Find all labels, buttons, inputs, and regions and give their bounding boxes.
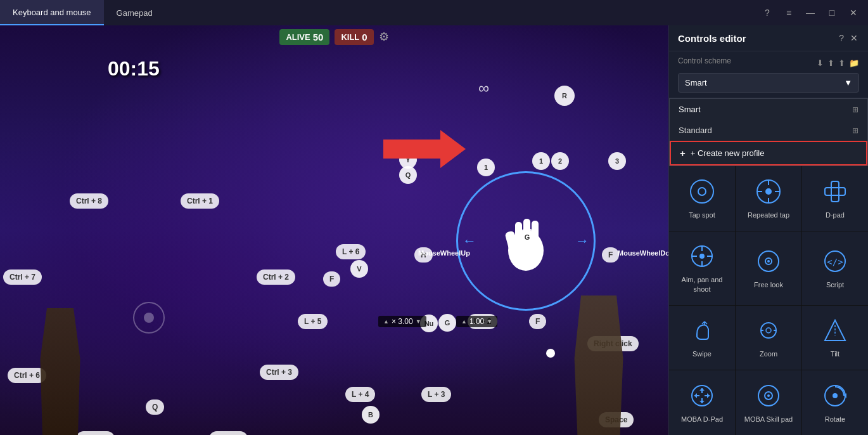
control-moba-skillpad[interactable]: MOBA Skill pad bbox=[736, 370, 801, 435]
l6-btn[interactable]: L + 6 bbox=[336, 244, 366, 259]
svg-point-23 bbox=[766, 328, 771, 333]
svg-point-6 bbox=[698, 188, 706, 195]
maximize-icon[interactable]: □ bbox=[822, 3, 841, 22]
multiplier-2: ▲ 1.00 ▼ bbox=[456, 316, 497, 327]
control-repeated-tap[interactable]: Repeated tap bbox=[736, 166, 801, 231]
f-btn-3[interactable]: F bbox=[529, 314, 546, 329]
ctrl-btn-8[interactable]: Ctrl + 8 bbox=[70, 193, 108, 209]
scheme-share-icon[interactable]: ⬆ bbox=[838, 58, 845, 68]
g-circle-1[interactable]: G bbox=[518, 228, 536, 246]
ctrl-btn-7[interactable]: Ctrl + 7 bbox=[3, 269, 42, 285]
control-zoom[interactable]: Zoom bbox=[736, 306, 801, 370]
settings-gear-icon[interactable]: ⚙ bbox=[379, 30, 389, 44]
dpad-icon bbox=[821, 178, 849, 205]
ctrl-btn-3[interactable]: Ctrl + 3 bbox=[260, 365, 298, 380]
control-rotate[interactable]: Rotate bbox=[802, 370, 868, 435]
scheme-option-standard-icon: ⊞ bbox=[852, 126, 858, 135]
right-arrow-icon: → bbox=[575, 233, 589, 249]
panel-header-actions: ? ✕ bbox=[838, 32, 859, 44]
mousewheel-down-label[interactable]: MouseWheelDown bbox=[611, 246, 668, 260]
ctrl-btn-1[interactable]: Ctrl + 1 bbox=[181, 193, 219, 209]
moba-skillpad-icon bbox=[755, 382, 782, 410]
control-free-look[interactable]: Free look bbox=[736, 231, 801, 305]
help-icon[interactable]: ? bbox=[758, 3, 777, 22]
f-btn-1[interactable]: F bbox=[323, 271, 340, 287]
window-controls: ? ≡ — □ ✕ bbox=[758, 0, 868, 25]
control-aim-pan-shoot[interactable]: Aim, pan and shoot bbox=[669, 231, 735, 305]
l3-btn[interactable]: L + 3 bbox=[421, 387, 451, 402]
scheme-import-icon[interactable]: ⬇ bbox=[817, 58, 824, 68]
svg-text:</>: </> bbox=[827, 257, 843, 267]
joystick bbox=[133, 302, 165, 334]
tab-keyboard-mouse[interactable]: Keyboard and mouse bbox=[0, 0, 104, 25]
game-timer: 00:15 bbox=[108, 57, 160, 81]
scheme-option-smart[interactable]: Smart ⊞ bbox=[670, 99, 867, 120]
control-tilt[interactable]: Tilt bbox=[802, 306, 868, 370]
num2-circle[interactable]: 2 bbox=[551, 152, 569, 170]
mousewheel-up-label[interactable]: MouseWheelUp bbox=[412, 246, 476, 260]
svg-rect-9 bbox=[831, 181, 839, 202]
free-look-icon bbox=[755, 247, 782, 275]
svg-point-34 bbox=[833, 393, 838, 398]
num1-circle-2[interactable]: 1 bbox=[477, 159, 495, 176]
b-circle[interactable]: B bbox=[362, 406, 380, 424]
panel-header: Controls editor ? ✕ bbox=[669, 25, 868, 51]
script-icon: </> bbox=[821, 247, 849, 275]
scheme-folder-icon[interactable]: 📁 bbox=[849, 58, 859, 68]
game-area: ALIVE 50 KILL 0 ⚙ 00:15 ∞ bbox=[0, 25, 668, 435]
scheme-export-icon[interactable]: ⬆ bbox=[827, 58, 834, 68]
scheme-dropdown[interactable]: Smart ▼ bbox=[678, 73, 859, 93]
panel-help-icon[interactable]: ? bbox=[838, 32, 845, 44]
num1-circle-1[interactable]: 1 bbox=[532, 152, 550, 170]
num3-circle[interactable]: 3 bbox=[608, 152, 626, 170]
tab-gamepad[interactable]: Gamepad bbox=[104, 0, 165, 25]
rotate-icon bbox=[821, 382, 849, 410]
control-dpad[interactable]: D-pad bbox=[802, 166, 868, 231]
g-circle-2[interactable]: G bbox=[438, 314, 456, 332]
scheme-option-smart-icon: ⊞ bbox=[852, 105, 858, 114]
control-script[interactable]: </> Script bbox=[802, 231, 868, 305]
svg-rect-10 bbox=[825, 188, 845, 195]
tap-spot-icon bbox=[688, 178, 716, 205]
control-tap-spot[interactable]: Tap spot bbox=[669, 166, 735, 231]
svg-point-19 bbox=[767, 260, 770, 263]
create-new-profile-option[interactable]: + + Create new profile bbox=[670, 141, 867, 166]
minimize-icon[interactable]: — bbox=[801, 3, 820, 22]
zoom-icon bbox=[755, 316, 782, 344]
character-2 bbox=[573, 295, 624, 435]
l4-btn[interactable]: L + 4 bbox=[345, 387, 375, 402]
title-bar: Keyboard and mouse Gamepad ? ≡ — □ ✕ bbox=[0, 0, 868, 25]
main-content: ALIVE 50 KILL 0 ⚙ 00:15 ∞ bbox=[0, 25, 868, 435]
l5-btn[interactable]: L + 5 bbox=[298, 314, 328, 329]
controls-grid: Tap spot Repeated tap D-pad bbox=[669, 166, 868, 435]
moba-dpad-icon bbox=[688, 382, 716, 410]
infinity-icon: ∞ bbox=[478, 79, 489, 97]
svg-point-16 bbox=[699, 254, 705, 259]
control-swipe[interactable]: Swipe bbox=[669, 306, 735, 370]
dropdown-options: Smart ⊞ Standard ⊞ + + Create new profil… bbox=[669, 98, 868, 166]
control-moba-dpad[interactable]: MOBA D-Pad bbox=[669, 370, 735, 435]
q-circle[interactable]: Q bbox=[399, 166, 417, 184]
menu-icon[interactable]: ≡ bbox=[779, 3, 798, 22]
controls-editor-panel: Controls editor ? ✕ Control scheme ⬇ ⬆ ⬆… bbox=[668, 25, 868, 435]
multiplier-1: ▲ × 3.00 ▼ bbox=[378, 316, 426, 327]
panel-title: Controls editor bbox=[678, 33, 746, 44]
v-circle-btn[interactable]: V bbox=[350, 260, 368, 278]
dot-indicator bbox=[546, 349, 555, 358]
svg-point-5 bbox=[691, 180, 713, 203]
svg-point-31 bbox=[767, 394, 770, 397]
tilt-icon bbox=[821, 316, 849, 344]
q-btn[interactable]: Q bbox=[146, 399, 164, 415]
alive-stat: ALIVE 50 bbox=[279, 29, 329, 45]
scheme-label: Control scheme bbox=[678, 56, 731, 65]
ctrl-btn-4[interactable]: Ctrl + 4 bbox=[209, 431, 248, 435]
hud-bar: ALIVE 50 KILL 0 ⚙ bbox=[0, 25, 668, 48]
joystick-inner bbox=[144, 313, 154, 323]
scheme-option-standard[interactable]: Standard ⊞ bbox=[670, 120, 867, 141]
panel-close-icon[interactable]: ✕ bbox=[849, 32, 859, 44]
ctrl-btn-2[interactable]: Ctrl + 2 bbox=[257, 269, 295, 285]
character-1 bbox=[38, 308, 82, 435]
kill-stat: KILL 0 bbox=[335, 29, 373, 45]
r-circle-btn[interactable]: R bbox=[554, 86, 575, 106]
close-icon[interactable]: ✕ bbox=[844, 3, 863, 22]
